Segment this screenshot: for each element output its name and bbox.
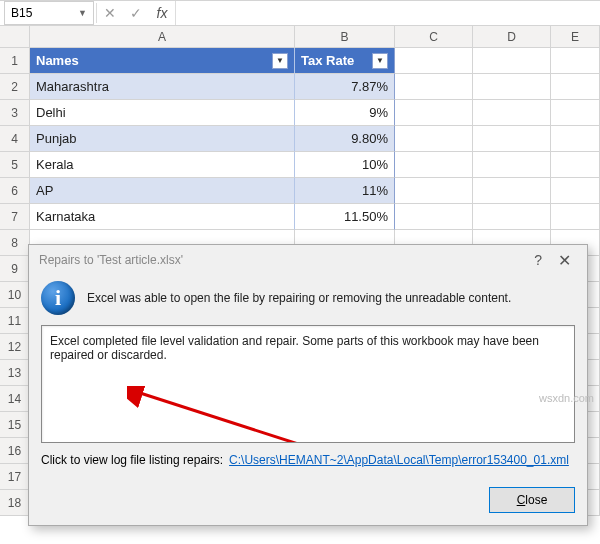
table-row: 4 Punjab 9.80% (0, 126, 600, 152)
cell-rate[interactable]: 11.50% (295, 204, 395, 230)
cell[interactable] (473, 152, 551, 178)
dialog-titlebar[interactable]: Repairs to 'Test article.xlsx' ? ✕ (29, 245, 587, 275)
cell-name[interactable]: Punjab (30, 126, 295, 152)
name-box-dropdown-icon[interactable]: ▼ (78, 8, 87, 18)
col-header-D[interactable]: D (473, 26, 551, 48)
enter-formula-icon: ✓ (123, 1, 149, 25)
row-header[interactable]: 4 (0, 126, 30, 152)
cell[interactable] (551, 126, 600, 152)
table-row: 6 AP 11% (0, 178, 600, 204)
cell[interactable] (395, 178, 473, 204)
close-button-rest: lose (525, 493, 547, 507)
cell[interactable] (395, 204, 473, 230)
name-box[interactable]: B15 ▼ (4, 1, 94, 25)
cell[interactable] (395, 100, 473, 126)
cell-rate[interactable]: 9.80% (295, 126, 395, 152)
row-header[interactable]: 10 (0, 282, 30, 308)
row-header[interactable]: 17 (0, 464, 30, 490)
row-header[interactable]: 6 (0, 178, 30, 204)
repairs-dialog: Repairs to 'Test article.xlsx' ? ✕ i Exc… (28, 244, 588, 526)
row-header[interactable]: 14 (0, 386, 30, 412)
select-all-corner[interactable] (0, 26, 30, 48)
row-header[interactable]: 8 (0, 230, 30, 256)
header-label: Tax Rate (301, 53, 354, 68)
cell-name[interactable]: Kerala (30, 152, 295, 178)
cell-name[interactable]: Delhi (30, 100, 295, 126)
cell[interactable] (473, 48, 551, 74)
help-icon[interactable]: ? (524, 252, 552, 268)
annotation-arrow-icon (127, 386, 387, 443)
cell[interactable] (395, 74, 473, 100)
svg-line-1 (137, 392, 382, 443)
cell[interactable] (473, 126, 551, 152)
repair-log-box[interactable]: Excel completed file level validation an… (41, 325, 575, 443)
cell[interactable] (473, 204, 551, 230)
log-file-link[interactable]: C:\Users\HEMANT~2\AppData\Local\Temp\err… (229, 453, 569, 467)
cell[interactable] (473, 178, 551, 204)
col-header-C[interactable]: C (395, 26, 473, 48)
cell[interactable] (395, 152, 473, 178)
table-row: 5 Kerala 10% (0, 152, 600, 178)
row-header[interactable]: 11 (0, 308, 30, 334)
cell[interactable] (551, 74, 600, 100)
row-header[interactable]: 13 (0, 360, 30, 386)
cell[interactable] (551, 100, 600, 126)
dialog-message: Excel was able to open the file by repai… (87, 291, 511, 305)
row-header[interactable]: 15 (0, 412, 30, 438)
cell[interactable] (551, 152, 600, 178)
cell-rate[interactable]: 9% (295, 100, 395, 126)
row-header[interactable]: 3 (0, 100, 30, 126)
table-row: 1 Names ▼ Tax Rate ▼ (0, 48, 600, 74)
column-headers: A B C D E (0, 26, 600, 48)
col-header-E[interactable]: E (551, 26, 600, 48)
col-header-A[interactable]: A (30, 26, 295, 48)
row-header[interactable]: 2 (0, 74, 30, 100)
cell-name[interactable]: AP (30, 178, 295, 204)
cell[interactable] (473, 74, 551, 100)
cell-rate[interactable]: 10% (295, 152, 395, 178)
col-header-B[interactable]: B (295, 26, 395, 48)
filter-dropdown-icon[interactable]: ▼ (272, 53, 288, 69)
row-header[interactable]: 18 (0, 490, 30, 516)
row-header[interactable]: 9 (0, 256, 30, 282)
info-icon: i (41, 281, 75, 315)
log-link-row: Click to view log file listing repairs: … (41, 453, 575, 467)
cell[interactable] (551, 204, 600, 230)
log-link-label: Click to view log file listing repairs: (41, 453, 223, 467)
dialog-message-row: i Excel was able to open the file by rep… (41, 281, 575, 315)
cell[interactable] (551, 178, 600, 204)
cell-rate[interactable]: 11% (295, 178, 395, 204)
cell[interactable] (473, 100, 551, 126)
name-box-value: B15 (11, 6, 32, 20)
table-header-tax-rate[interactable]: Tax Rate ▼ (295, 48, 395, 74)
table-row: 7 Karnataka 11.50% (0, 204, 600, 230)
close-icon[interactable]: ✕ (552, 251, 577, 270)
dialog-footer: Close (29, 479, 587, 525)
dialog-body: i Excel was able to open the file by rep… (29, 275, 587, 479)
row-header[interactable]: 16 (0, 438, 30, 464)
repair-log-text: Excel completed file level validation an… (50, 334, 539, 362)
header-label: Names (36, 53, 79, 68)
table-row: 2 Maharashtra 7.87% (0, 74, 600, 100)
cell-rate[interactable]: 7.87% (295, 74, 395, 100)
dialog-title: Repairs to 'Test article.xlsx' (39, 253, 183, 267)
row-header[interactable]: 1 (0, 48, 30, 74)
row-header[interactable]: 12 (0, 334, 30, 360)
formula-bar-row: B15 ▼ ✕ ✓ fx (0, 0, 600, 26)
cell[interactable] (551, 48, 600, 74)
filter-dropdown-icon[interactable]: ▼ (372, 53, 388, 69)
table-row: 3 Delhi 9% (0, 100, 600, 126)
fx-icon[interactable]: fx (149, 1, 175, 25)
cell[interactable] (395, 126, 473, 152)
watermark: wsxdn.com (539, 392, 594, 404)
cell-name[interactable]: Maharashtra (30, 74, 295, 100)
close-button[interactable]: Close (489, 487, 575, 513)
cell-name[interactable]: Karnataka (30, 204, 295, 230)
row-header[interactable]: 7 (0, 204, 30, 230)
table-header-names[interactable]: Names ▼ (30, 48, 295, 74)
cell[interactable] (395, 48, 473, 74)
cancel-formula-icon: ✕ (97, 1, 123, 25)
formula-bar-input[interactable] (175, 1, 600, 25)
row-header[interactable]: 5 (0, 152, 30, 178)
